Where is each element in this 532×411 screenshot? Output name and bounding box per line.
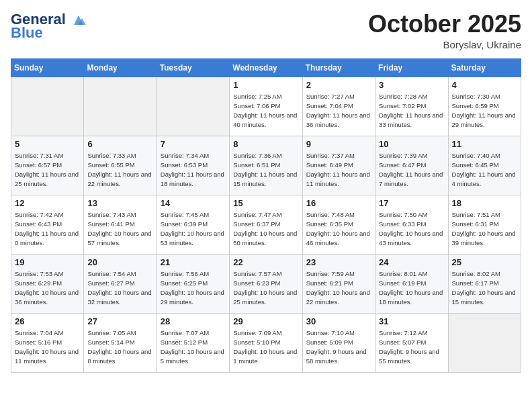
day-of-week-header: Friday	[375, 58, 448, 77]
calendar-day-cell: 13Sunrise: 7:43 AM Sunset: 6:41 PM Dayli…	[84, 195, 157, 254]
day-number: 20	[87, 257, 152, 267]
day-number: 29	[233, 316, 298, 326]
calendar-day-cell: 18Sunrise: 7:51 AM Sunset: 6:31 PM Dayli…	[448, 195, 521, 254]
day-info: Sunrise: 7:34 AM Sunset: 6:53 PM Dayligh…	[161, 151, 226, 189]
day-number: 30	[306, 316, 371, 326]
calendar-header-row: SundayMondayTuesdayWednesdayThursdayFrid…	[11, 58, 521, 77]
day-number: 5	[15, 139, 80, 149]
day-number: 6	[87, 139, 152, 149]
day-info: Sunrise: 7:45 AM Sunset: 6:39 PM Dayligh…	[161, 210, 226, 248]
calendar-day-cell: 31Sunrise: 7:12 AM Sunset: 5:07 PM Dayli…	[375, 313, 448, 372]
day-number: 4	[452, 80, 517, 90]
calendar-day-cell: 12Sunrise: 7:42 AM Sunset: 6:43 PM Dayli…	[11, 195, 84, 254]
day-info: Sunrise: 7:54 AM Sunset: 6:27 PM Dayligh…	[87, 269, 152, 308]
calendar-day-cell	[84, 77, 157, 136]
page-header: General Blue October 2025 Boryslav, Ukra…	[11, 11, 521, 50]
day-info: Sunrise: 7:51 AM Sunset: 6:31 PM Dayligh…	[452, 210, 517, 248]
calendar-day-cell: 19Sunrise: 7:53 AM Sunset: 6:29 PM Dayli…	[11, 254, 84, 313]
day-info: Sunrise: 7:50 AM Sunset: 6:33 PM Dayligh…	[379, 210, 444, 248]
calendar-day-cell: 20Sunrise: 7:54 AM Sunset: 6:27 PM Dayli…	[84, 254, 157, 313]
day-info: Sunrise: 7:48 AM Sunset: 6:35 PM Dayligh…	[306, 210, 371, 248]
day-of-week-header: Saturday	[448, 58, 521, 77]
calendar-day-cell: 6Sunrise: 7:33 AM Sunset: 6:55 PM Daylig…	[84, 136, 157, 195]
day-info: Sunrise: 7:04 AM Sunset: 5:16 PM Dayligh…	[15, 328, 80, 367]
calendar-week-row: 1Sunrise: 7:25 AM Sunset: 7:06 PM Daylig…	[11, 77, 521, 136]
day-info: Sunrise: 7:36 AM Sunset: 6:51 PM Dayligh…	[233, 151, 298, 189]
calendar-day-cell: 3Sunrise: 7:28 AM Sunset: 7:02 PM Daylig…	[375, 77, 448, 136]
month-title: October 2025	[368, 11, 521, 38]
day-number: 27	[87, 316, 152, 326]
day-of-week-header: Tuesday	[157, 58, 229, 77]
calendar-day-cell: 30Sunrise: 7:10 AM Sunset: 5:09 PM Dayli…	[302, 313, 375, 372]
day-of-week-header: Monday	[84, 58, 157, 77]
day-info: Sunrise: 7:09 AM Sunset: 5:10 PM Dayligh…	[233, 328, 298, 367]
location: Boryslav, Ukraine	[368, 39, 521, 50]
day-number: 13	[87, 198, 152, 208]
day-number: 11	[452, 139, 517, 149]
calendar-day-cell	[157, 77, 229, 136]
calendar-week-row: 26Sunrise: 7:04 AM Sunset: 5:16 PM Dayli…	[11, 313, 521, 372]
day-info: Sunrise: 8:02 AM Sunset: 6:17 PM Dayligh…	[452, 269, 517, 308]
calendar-day-cell: 4Sunrise: 7:30 AM Sunset: 6:59 PM Daylig…	[448, 77, 521, 136]
calendar-week-row: 19Sunrise: 7:53 AM Sunset: 6:29 PM Dayli…	[11, 254, 521, 313]
day-number: 23	[306, 257, 371, 267]
title-block: October 2025 Boryslav, Ukraine	[368, 11, 521, 50]
day-info: Sunrise: 7:40 AM Sunset: 6:45 PM Dayligh…	[452, 151, 517, 189]
day-number: 3	[379, 80, 444, 90]
day-info: Sunrise: 7:28 AM Sunset: 7:02 PM Dayligh…	[379, 92, 444, 130]
calendar-day-cell: 2Sunrise: 7:27 AM Sunset: 7:04 PM Daylig…	[302, 77, 375, 136]
day-info: Sunrise: 7:07 AM Sunset: 5:12 PM Dayligh…	[161, 328, 226, 367]
day-number: 31	[379, 316, 444, 326]
day-info: Sunrise: 7:56 AM Sunset: 6:25 PM Dayligh…	[161, 269, 226, 308]
day-number: 28	[161, 316, 226, 326]
calendar-day-cell	[448, 313, 521, 372]
calendar-day-cell: 8Sunrise: 7:36 AM Sunset: 6:51 PM Daylig…	[230, 136, 302, 195]
calendar-day-cell: 25Sunrise: 8:02 AM Sunset: 6:17 PM Dayli…	[448, 254, 521, 313]
day-number: 26	[15, 316, 80, 326]
calendar-day-cell: 1Sunrise: 7:25 AM Sunset: 7:06 PM Daylig…	[230, 77, 302, 136]
day-number: 8	[233, 139, 298, 149]
day-number: 17	[379, 198, 444, 208]
day-info: Sunrise: 7:05 AM Sunset: 5:14 PM Dayligh…	[87, 328, 152, 367]
day-info: Sunrise: 7:47 AM Sunset: 6:37 PM Dayligh…	[233, 210, 298, 248]
day-info: Sunrise: 7:25 AM Sunset: 7:06 PM Dayligh…	[233, 92, 298, 130]
day-number: 1	[233, 80, 298, 90]
calendar-day-cell: 17Sunrise: 7:50 AM Sunset: 6:33 PM Dayli…	[375, 195, 448, 254]
day-info: Sunrise: 7:39 AM Sunset: 6:47 PM Dayligh…	[379, 151, 444, 189]
day-number: 15	[233, 198, 298, 208]
calendar-day-cell: 7Sunrise: 7:34 AM Sunset: 6:53 PM Daylig…	[157, 136, 229, 195]
calendar-day-cell: 28Sunrise: 7:07 AM Sunset: 5:12 PM Dayli…	[157, 313, 229, 372]
day-info: Sunrise: 7:30 AM Sunset: 6:59 PM Dayligh…	[452, 92, 517, 130]
calendar-week-row: 12Sunrise: 7:42 AM Sunset: 6:43 PM Dayli…	[11, 195, 521, 254]
day-info: Sunrise: 7:43 AM Sunset: 6:41 PM Dayligh…	[87, 210, 152, 248]
calendar-day-cell: 5Sunrise: 7:31 AM Sunset: 6:57 PM Daylig…	[11, 136, 84, 195]
day-info: Sunrise: 7:10 AM Sunset: 5:09 PM Dayligh…	[306, 328, 371, 367]
day-of-week-header: Thursday	[302, 58, 375, 77]
calendar-day-cell: 21Sunrise: 7:56 AM Sunset: 6:25 PM Dayli…	[157, 254, 229, 313]
calendar-day-cell: 10Sunrise: 7:39 AM Sunset: 6:47 PM Dayli…	[375, 136, 448, 195]
calendar-day-cell: 9Sunrise: 7:37 AM Sunset: 6:49 PM Daylig…	[302, 136, 375, 195]
day-number: 10	[379, 139, 444, 149]
day-number: 21	[161, 257, 226, 267]
day-number: 24	[379, 257, 444, 267]
logo: General Blue	[11, 11, 86, 41]
day-of-week-header: Wednesday	[230, 58, 302, 77]
calendar-day-cell: 22Sunrise: 7:57 AM Sunset: 6:23 PM Dayli…	[230, 254, 302, 313]
day-info: Sunrise: 8:01 AM Sunset: 6:19 PM Dayligh…	[379, 269, 444, 308]
day-number: 18	[452, 198, 517, 208]
day-info: Sunrise: 7:12 AM Sunset: 5:07 PM Dayligh…	[379, 328, 444, 367]
day-info: Sunrise: 7:33 AM Sunset: 6:55 PM Dayligh…	[87, 151, 152, 189]
calendar-day-cell: 15Sunrise: 7:47 AM Sunset: 6:37 PM Dayli…	[230, 195, 302, 254]
calendar-day-cell: 11Sunrise: 7:40 AM Sunset: 6:45 PM Dayli…	[448, 136, 521, 195]
day-info: Sunrise: 7:53 AM Sunset: 6:29 PM Dayligh…	[15, 269, 80, 308]
day-number: 7	[161, 139, 226, 149]
day-info: Sunrise: 7:42 AM Sunset: 6:43 PM Dayligh…	[15, 210, 80, 248]
calendar-day-cell: 24Sunrise: 8:01 AM Sunset: 6:19 PM Dayli…	[375, 254, 448, 313]
calendar-day-cell: 27Sunrise: 7:05 AM Sunset: 5:14 PM Dayli…	[84, 313, 157, 372]
day-number: 2	[306, 80, 371, 90]
day-number: 25	[452, 257, 517, 267]
calendar-day-cell: 16Sunrise: 7:48 AM Sunset: 6:35 PM Dayli…	[302, 195, 375, 254]
calendar-day-cell: 23Sunrise: 7:59 AM Sunset: 6:21 PM Dayli…	[302, 254, 375, 313]
calendar-table: SundayMondayTuesdayWednesdayThursdayFrid…	[11, 58, 521, 373]
calendar-day-cell	[11, 77, 84, 136]
